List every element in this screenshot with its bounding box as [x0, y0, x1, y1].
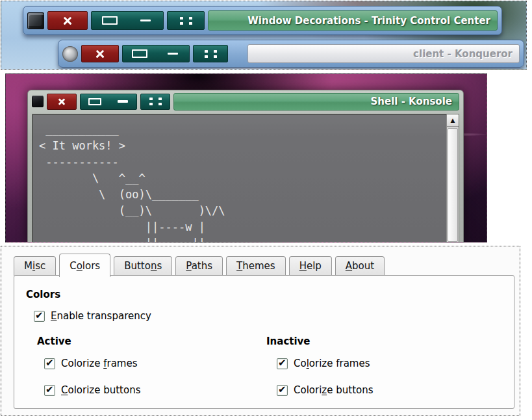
enable-transparency-label: Enable transparency	[51, 310, 151, 322]
titlebar-preview-section: Window Decorations - Trinity Control Cen…	[1, 1, 527, 70]
sticky-button[interactable]	[193, 45, 228, 62]
close-icon	[63, 16, 73, 25]
sticky-button[interactable]	[140, 94, 170, 110]
up-arrow-icon: ▲	[451, 117, 455, 124]
minimize-icon	[168, 53, 178, 55]
close-icon	[58, 98, 66, 105]
tab-colors[interactable]: Colors	[59, 254, 110, 277]
close-icon	[95, 49, 105, 59]
konsole-titlebar: Shell - Konsole	[28, 90, 463, 112]
checkmark-icon: ✔	[278, 357, 286, 369]
active-colorize-buttons-label: Colorize buttons	[61, 384, 141, 396]
inactive-colorize-buttons-label: Colorize buttons	[294, 384, 374, 396]
scroll-up-button[interactable]: ▲	[447, 114, 459, 127]
tab-bar: Misc Colors Buttons Paths Themes Help Ab…	[14, 252, 385, 276]
active-colorize-buttons-checkbox[interactable]: ✔	[44, 385, 55, 396]
active-heading: Active	[37, 335, 71, 347]
control-center-titlebar: Window Decorations - Trinity Control Cen…	[23, 6, 502, 35]
checkmark-icon: ✔	[45, 384, 54, 395]
inactive-colorize-frames-label: Colorize frames	[294, 358, 370, 369]
active-colorize-frames-row: ✔ Colorize frames	[44, 358, 138, 369]
titlebar-title: Shell - Konsole	[173, 93, 459, 111]
minimize-icon	[118, 100, 128, 103]
maximize-button[interactable]	[92, 12, 127, 29]
sticky-button[interactable]	[167, 11, 205, 30]
close-button[interactable]	[47, 94, 77, 110]
maximize-icon	[88, 98, 101, 105]
checkmark-icon: ✔	[278, 384, 286, 395]
enable-transparency-row: ✔ Enable transparency	[34, 310, 151, 322]
tab-buttons[interactable]: Buttons	[114, 256, 172, 276]
sticky-dots-icon	[205, 50, 217, 58]
close-button[interactable]	[81, 45, 119, 62]
inactive-colorize-frames-checkbox[interactable]: ✔	[277, 358, 288, 369]
inactive-heading: Inactive	[266, 335, 310, 347]
tab-paths[interactable]: Paths	[175, 256, 223, 276]
inactive-colorize-frames-row: ✔ Colorize frames	[277, 358, 370, 369]
inactive-colorize-buttons-checkbox[interactable]: ✔	[277, 385, 288, 396]
konqueror-app-icon[interactable]	[62, 46, 78, 62]
enable-transparency-checkbox[interactable]: ✔	[34, 311, 45, 322]
inactive-colorize-buttons-row: ✔ Colorize buttons	[277, 384, 374, 396]
settings-panel: Misc Colors Buttons Paths Themes Help Ab…	[1, 246, 520, 416]
tab-help[interactable]: Help	[289, 256, 332, 276]
terminal-view: ___________ < It works! > ----------- \ …	[32, 114, 459, 243]
minimize-button[interactable]	[108, 94, 136, 109]
konsole-window: Shell - Konsole ___________ < It works! …	[27, 90, 464, 243]
tab-themes[interactable]: Themes	[226, 256, 286, 276]
sticky-dots-icon	[149, 98, 162, 105]
group-title-colors: Colors	[26, 289, 60, 300]
maximize-button[interactable]	[81, 94, 108, 109]
close-button[interactable]	[47, 11, 88, 30]
tab-misc[interactable]: Misc	[14, 256, 56, 276]
maximize-icon	[102, 16, 118, 25]
scrollbar-thumb[interactable]	[448, 128, 458, 242]
checkmark-icon: ✔	[35, 309, 44, 321]
konsole-preview-section: Shell - Konsole ___________ < It works! …	[5, 73, 487, 243]
maximize-minimize-group	[80, 94, 137, 110]
cowsay-ascii-art: ___________ < It works! > ----------- \ …	[32, 114, 459, 243]
tab-about[interactable]: About	[335, 256, 385, 276]
titlebar-title: Window Decorations - Trinity Control Cen…	[208, 10, 498, 31]
maximize-minimize-group	[91, 11, 164, 30]
control-center-app-icon[interactable]	[27, 12, 44, 29]
active-colorize-frames-checkbox[interactable]: ✔	[44, 358, 55, 369]
active-colorize-frames-label: Colorize frames	[61, 358, 138, 369]
checkmark-icon: ✔	[45, 357, 54, 369]
maximize-button[interactable]	[123, 46, 156, 62]
sticky-dots-icon	[180, 17, 192, 25]
maximize-icon	[132, 49, 147, 58]
titlebar-title: client - Konqueror	[247, 44, 520, 63]
minimize-icon	[140, 20, 151, 22]
colors-tab-panel: Colors ✔ Enable transparency Active Inac…	[14, 275, 514, 409]
konsole-app-icon[interactable]	[32, 96, 44, 107]
active-colorize-buttons-row: ✔ Colorize buttons	[44, 384, 141, 396]
maximize-minimize-group	[122, 45, 190, 62]
minimize-button[interactable]	[156, 46, 189, 62]
scrollbar[interactable]: ▲	[446, 114, 459, 243]
konqueror-titlebar: client - Konqueror	[58, 40, 524, 68]
minimize-button[interactable]	[127, 12, 163, 29]
